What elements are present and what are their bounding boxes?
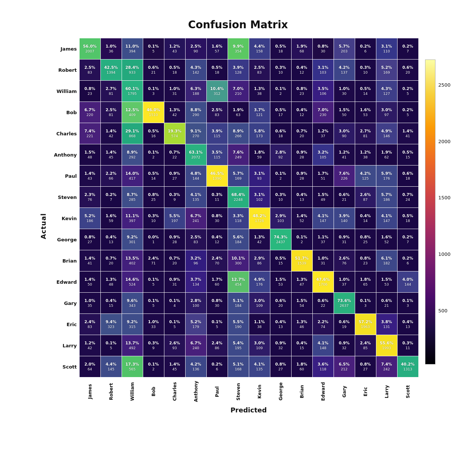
cell-count: 96: [193, 261, 198, 266]
cell-pct: 2.5%: [212, 107, 222, 113]
cell-pct: 0.2%: [402, 86, 413, 91]
cell-count: 27: [278, 367, 283, 372]
cell-pct: 3.3%: [233, 213, 244, 219]
cell-count: 27: [363, 367, 367, 372]
cell-0-12: 5.7%203: [334, 38, 355, 59]
cell-10-1: 0.7%20: [101, 250, 122, 271]
cell-13-4: 0.1%5: [164, 314, 185, 335]
cell-0-7: 9.9%354: [228, 38, 249, 59]
x-axis-title: Predicted: [79, 406, 418, 414]
cell-12-15: 0.1%3: [398, 293, 418, 313]
cell-12-12: 73.6%2637: [334, 293, 355, 313]
cell-0-5: 2.5%90: [186, 38, 206, 59]
cell-3-4: 1.3%42: [164, 102, 185, 123]
cell-11-12: 1.0%37: [334, 271, 355, 292]
cell-pct: 5.7%: [381, 192, 392, 197]
cell-pct: 0.9%: [339, 341, 350, 346]
cell-pct: 1.8%: [360, 277, 371, 282]
cell-8-14: 4.1%147: [376, 208, 397, 229]
cell-pct: 42.5%: [104, 65, 118, 70]
cell-3-8: 3.7%121: [249, 102, 270, 123]
cell-pct: 1.5%: [381, 277, 392, 282]
cell-count: 76: [342, 261, 346, 266]
cell-pct: 5.2%: [84, 213, 95, 219]
chart-title: Confusion Matrix: [188, 19, 288, 31]
cell-pct: 1.6%: [212, 44, 222, 49]
cell-15-6: 0.2%6: [207, 356, 228, 377]
cell-pct: 2.4%: [84, 319, 95, 325]
cell-pct: 4.1%: [318, 341, 328, 346]
cell-11-9: 1.5%53: [270, 271, 291, 292]
confusion-matrix-grid: James56.0%20071.0%3611.0%3940.1%51.2%432…: [49, 38, 418, 377]
cell-count: 184: [235, 303, 241, 308]
cell-pct: 0.2%: [402, 256, 413, 261]
cell-pct: 2.4%: [212, 341, 222, 346]
cell-pct: 0.8%: [84, 86, 95, 91]
cell-count: 21: [342, 197, 346, 202]
cell-14-9: 0.9%32: [270, 335, 291, 356]
cell-count: 933: [129, 70, 135, 75]
cell-14-13: 2.4%85: [355, 335, 376, 356]
cell-pct: 1.3%: [106, 277, 116, 282]
cell-count: 7: [406, 240, 409, 244]
row-label-bob: Bob: [49, 102, 79, 123]
cell-pct: 14.0%: [125, 171, 139, 176]
cell-count: 33: [151, 325, 155, 329]
cell-4-9: 0.6%18: [270, 123, 291, 144]
cell-pct: 5.7%: [233, 171, 244, 176]
cell-15-9: 0.8%27: [270, 356, 291, 377]
cell-pct: 0.1%: [148, 44, 159, 49]
cell-12-5: 2.8%100: [186, 293, 206, 313]
cell-count: 241: [192, 219, 199, 223]
cell-pct: 5.5%: [233, 319, 244, 325]
cell-count: 20: [278, 303, 283, 308]
cell-pct: 2.4%: [360, 341, 371, 346]
cell-count: 312: [213, 91, 220, 96]
cell-pct: 0.5%: [360, 86, 371, 91]
cell-count: 28: [299, 176, 304, 181]
cell-count: 5: [406, 113, 409, 117]
cell-pct: 0.4%: [275, 319, 286, 325]
cell-pct: 0.4%: [296, 192, 307, 197]
cell-4-10: 0.7%20: [292, 123, 312, 144]
cell-12-9: 0.6%20: [270, 293, 291, 313]
cell-4-0: 7.4%221: [80, 123, 100, 144]
cell-count: 81: [363, 134, 367, 138]
cell-pct: 1.6%: [106, 213, 116, 219]
cell-pct: 4.2%: [360, 171, 371, 176]
cell-count: 85: [363, 346, 367, 350]
cell-pct: 3.1%: [318, 65, 328, 70]
cell-count: 292: [129, 155, 135, 160]
cell-pct: 3.6%: [318, 362, 328, 367]
cell-count: 11: [405, 346, 410, 350]
cell-13-11: 2.2%74: [313, 314, 334, 335]
cell-count: 30: [342, 91, 346, 96]
cell-9-3: 0.0%1: [143, 229, 164, 250]
cell-pct: 4.9%: [254, 277, 265, 282]
cell-count: 394: [129, 49, 135, 54]
cell-pct: 0.1%: [148, 298, 159, 303]
cell-6-8: 3.1%93: [249, 165, 270, 186]
cell-count: 36: [109, 49, 113, 54]
cell-pct: 0.4%: [106, 235, 116, 240]
cell-count: 1539: [297, 261, 306, 266]
cell-pct: 0.4%: [212, 235, 222, 240]
cell-pct: 2.2%: [106, 171, 116, 176]
cell-pct: 3.9%: [339, 213, 350, 219]
cell-6-5: 4.8%144: [186, 165, 206, 186]
cell-pct: 8.8%: [190, 107, 201, 113]
cell-count: 42: [257, 240, 261, 244]
cell-pct: 2.3%: [84, 192, 95, 197]
cell-pct: 0.3%: [148, 213, 159, 219]
cell-count: 41: [405, 134, 410, 138]
row-label-edward: Edward: [49, 271, 79, 292]
cell-7-14: 5.7%186: [376, 187, 397, 208]
cell-8-12: 3.9%140: [334, 208, 355, 229]
cell-pct: 73.6%: [337, 298, 351, 303]
cell-count: 3: [406, 303, 409, 308]
cell-8-8: 48.2%1728: [249, 208, 270, 229]
col-label-charles: Charles: [164, 379, 185, 405]
cell-pct: 1.5%: [318, 192, 328, 197]
cell-pct: 0.7%: [169, 256, 180, 261]
cell-count: 249: [235, 155, 241, 160]
